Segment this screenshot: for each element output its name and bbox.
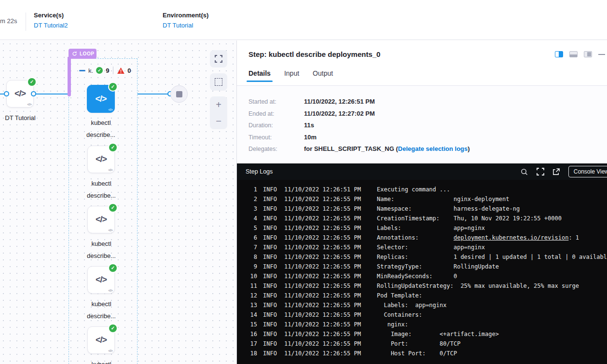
code-icon: </> <box>14 89 26 99</box>
step-title: Step: kubectl describe deployments_0 <box>248 50 380 58</box>
environment-link[interactable]: DT Tutorial <box>163 22 208 29</box>
layout-split-right-icon[interactable] <box>555 51 563 57</box>
detail-value: for SHELL_SCRIPT_TASK_NG (Delegate selec… <box>304 146 470 153</box>
step-logs-title: Step Logs <box>246 168 273 175</box>
log-line: 6INFO11/10/2022 12:26:55 PMAnnotations: … <box>237 233 607 243</box>
log-message: Host Port: 0/TCP <box>377 349 457 358</box>
log-message: Executing command ... <box>377 185 450 194</box>
code-icon: </> <box>96 275 107 285</box>
detail-value: 10m <box>304 134 317 141</box>
layout-bottom-icon[interactable] <box>569 51 578 57</box>
node-port <box>31 91 36 96</box>
script-step-icon: </> <box>108 168 112 172</box>
detail-row: Duration: 11s <box>248 122 596 129</box>
environment-block: Environment(s) DT Tutorial <box>163 12 208 29</box>
step-logs-console[interactable]: 1INFO11/10/2022 12:26:51 PMExecuting com… <box>237 180 607 364</box>
script-step-icon: </> <box>108 289 112 292</box>
delegates-value-suffix: ) <box>468 145 469 152</box>
detail-row-delegates: Delegates: for SHELL_SCRIPT_TASK_NG (Del… <box>248 146 596 153</box>
zoom-controls: + − <box>210 96 227 129</box>
open-in-new-tab-icon[interactable] <box>552 168 560 175</box>
node-label: kubectl describe... <box>79 358 124 364</box>
node-label: kubectl describe... <box>79 298 124 322</box>
node-kubectl-describe[interactable]: </> </> ✓ <box>87 266 115 294</box>
marquee-select-icon <box>215 78 222 86</box>
marquee-select-button[interactable] <box>210 73 227 91</box>
node-kubectl-describe-selected[interactable]: </> </> ✓ <box>87 85 115 113</box>
minimize-icon[interactable] <box>598 54 605 55</box>
script-step-icon: </> <box>108 349 112 352</box>
detail-label: Delegates: <box>248 146 304 153</box>
tab-details[interactable]: Details <box>248 69 271 82</box>
log-line: 5INFO11/10/2022 12:26:55 PMLabels: app=n… <box>237 223 607 233</box>
success-check-icon: ✓ <box>109 144 117 151</box>
node-port <box>4 91 9 96</box>
log-line: 13INFO11/10/2022 12:26:55 PM Labels: app… <box>237 300 607 310</box>
node-label: kubectl describe... <box>79 177 124 202</box>
script-step-icon: </> <box>108 108 112 111</box>
log-message: Labels: app=nginx <box>377 300 447 310</box>
log-message: StrategyType: RollingUpdate <box>377 262 499 271</box>
loop-icon <box>72 51 77 56</box>
success-check-icon: ✓ <box>109 264 117 272</box>
environment-label: Environment(s) <box>163 12 208 19</box>
detail-tabs: Details Input Output <box>248 69 333 82</box>
stop-icon <box>176 91 182 97</box>
log-line: 17INFO11/10/2022 12:26:55 PM Port: 80/TC… <box>237 339 607 349</box>
log-annotation-link[interactable]: deployment.kubernetes.io/revision <box>454 234 568 241</box>
fit-view-button[interactable] <box>210 50 227 67</box>
service-label: Service(s) <box>34 12 68 19</box>
success-check-icon: ✓ <box>28 78 36 86</box>
log-message: nginx: <box>377 320 408 329</box>
node-kubectl-describe[interactable]: </> </> ✓ <box>87 146 115 173</box>
detail-value: 11/10/2022, 12:27:02 PM <box>304 110 375 118</box>
loop-badge[interactable]: LOOP <box>69 49 97 59</box>
loop-group-name: k. <box>88 67 93 74</box>
layout-right-icon[interactable] <box>584 51 592 57</box>
log-message: Selector: app=nginx <box>377 243 485 252</box>
log-message: RollingUpdateStrategy: 25% max unavailab… <box>377 281 579 291</box>
warning-triangle-icon <box>117 67 124 74</box>
code-icon: </> <box>96 215 107 225</box>
detail-row: Started at: 11/10/2022, 12:26:51 PM <box>248 98 596 106</box>
log-message: Labels: app=nginx <box>377 223 485 233</box>
node-kubectl-describe[interactable]: </> </> ✓ <box>87 326 115 354</box>
pipeline-end-node[interactable] <box>170 85 188 103</box>
zoom-out-button[interactable]: − <box>210 113 227 129</box>
console-view-button[interactable]: Console View <box>568 166 607 177</box>
code-icon: </> <box>96 335 107 345</box>
detail-label: Started at: <box>248 98 304 106</box>
detail-label: Ended at: <box>248 110 304 118</box>
loop-header: k. ✓ 9 0 <box>79 67 131 74</box>
log-message: CreationTimestamp: Thu, 10 Nov 2022 19:2… <box>377 214 562 223</box>
execution-duration: m 22s <box>0 17 17 25</box>
search-icon[interactable] <box>521 168 528 175</box>
log-line: 18INFO11/10/2022 12:26:55 PM Host Port: … <box>237 349 607 358</box>
delegate-selection-logs-link[interactable]: Delegate selection logs <box>398 145 468 152</box>
log-line: 2INFO11/10/2022 12:26:55 PMName: nginx-d… <box>237 194 607 204</box>
log-lines: 1INFO11/10/2022 12:26:51 PMExecuting com… <box>237 185 607 358</box>
success-check-icon: ✓ <box>96 67 103 74</box>
tab-input[interactable]: Input <box>284 69 299 82</box>
logs-toolbar: Console View <box>521 166 607 177</box>
panel-layout-controls <box>555 51 605 57</box>
detail-row: Ended at: 11/10/2022, 12:27:02 PM <box>248 110 596 118</box>
zoom-in-button[interactable]: + <box>210 96 227 113</box>
fullscreen-icon[interactable] <box>537 168 544 175</box>
log-message: Namespace: harness-delegate-ng <box>377 204 520 214</box>
service-link[interactable]: DT Tutorial2 <box>34 22 68 29</box>
log-message: Image: <+artifact.image> <box>377 329 499 339</box>
node-label: kubectl describe... <box>79 117 123 141</box>
tab-output[interactable]: Output <box>313 69 333 82</box>
log-line: 4INFO11/10/2022 12:26:55 PMCreationTimes… <box>237 214 607 223</box>
collapse-icon[interactable] <box>79 70 85 71</box>
detail-value: 11/10/2022, 12:26:51 PM <box>304 98 375 106</box>
node-dt-tutorial[interactable]: </> </> ✓ <box>6 80 34 108</box>
log-line: 15INFO11/10/2022 12:26:55 PM nginx: <box>237 320 607 329</box>
node-kubectl-describe[interactable]: </> </> ✓ <box>87 206 115 233</box>
log-line: 16INFO11/10/2022 12:26:55 PM Image: <+ar… <box>237 329 607 339</box>
detail-label: Timeout: <box>248 134 304 141</box>
code-icon: </> <box>96 154 107 164</box>
success-check-icon: ✓ <box>109 83 117 91</box>
failed-count: 0 <box>127 67 131 74</box>
